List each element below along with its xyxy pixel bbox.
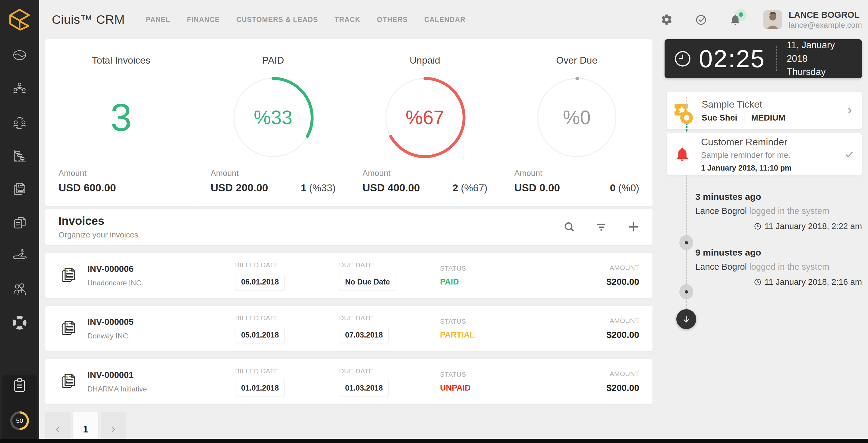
- search-icon[interactable]: [563, 221, 575, 233]
- topbar-actions: LANCE BOGROL lance@example.com: [660, 9, 862, 30]
- sidebar-item-support[interactable]: [11, 314, 28, 331]
- event-when: 9 minustes ago: [695, 247, 862, 258]
- travel-expense-plane-icon: $: [11, 247, 28, 264]
- nav-item-finance[interactable]: FINANCE: [187, 16, 220, 24]
- invoice-amount: $200.00: [570, 330, 639, 340]
- invoice-customer: DHARMA Initiative: [87, 385, 235, 393]
- amount-label: Amount: [514, 169, 560, 178]
- reminder-card[interactable]: Customer Reminder Sample reminder for me…: [667, 133, 862, 176]
- billed-date-value[interactable]: 05.01.2018: [235, 327, 285, 343]
- svg-text:$: $: [66, 269, 68, 273]
- main-nav: PANEL FINANCE CUSTOMERS & LEADS TRACK OT…: [146, 16, 466, 24]
- timeline-start-dot: [680, 112, 693, 124]
- activity-panel: 02:25 11, January 2018 Thursday Sample T…: [661, 39, 868, 443]
- amount-value: USD 0.00: [514, 182, 560, 194]
- cube-logo-icon: [8, 8, 31, 31]
- status-label: STATUS: [440, 264, 570, 273]
- clock-small-icon: [754, 278, 762, 286]
- documents-copy-icon: [11, 214, 28, 231]
- paid-donut-chart: %33: [230, 75, 315, 160]
- invoice-document-icon: $: [59, 265, 87, 286]
- sidebar-item-dashboard[interactable]: [11, 46, 28, 64]
- due-date-value[interactable]: 07.03.2018: [339, 327, 389, 343]
- status-label: STATUS: [440, 371, 570, 379]
- due-date-value[interactable]: 01.03.2018: [339, 380, 389, 396]
- page-next-button[interactable]: [101, 412, 126, 443]
- ticket-assignee: Sue Shei: [702, 113, 737, 123]
- billed-date-value[interactable]: 06.01.2018: [235, 274, 285, 290]
- stat-title: Unpaid: [410, 55, 440, 66]
- sidebar-bottom-section: 50: [2, 375, 37, 439]
- customers-exchange-icon: [11, 114, 28, 130]
- event-actor: Lance Bogrol: [695, 262, 747, 272]
- page-prev-button[interactable]: [45, 412, 70, 443]
- reminder-bell-icon: [675, 147, 690, 162]
- clock-icon: [674, 50, 692, 68]
- invoices-title: Invoices: [59, 215, 138, 227]
- clock-card: 02:25 11, January 2018 Thursday: [664, 39, 862, 78]
- tasks-clipboard-icon: [11, 377, 28, 393]
- content-row: Total Invoices 3 Amount USD 600.00: [39, 39, 868, 443]
- gantt-chart-icon: [11, 147, 28, 164]
- timeline-node: [679, 235, 693, 250]
- invoice-row[interactable]: $ INV-000006 Unadoncare INC. BILLED DATE…: [45, 253, 652, 298]
- tasks-check-circle-icon[interactable]: [695, 13, 707, 26]
- ticket-priority: MEDIUM: [751, 113, 785, 123]
- due-date-value[interactable]: No Due Date: [339, 274, 396, 290]
- sidebar-item-expenses[interactable]: $: [11, 247, 28, 264]
- amount-label: AMOUNT: [570, 370, 639, 378]
- add-plus-icon[interactable]: [627, 221, 639, 233]
- sidebar-item-humanresources[interactable]: [11, 281, 28, 298]
- amount-value: USD 400.00: [363, 182, 420, 194]
- reminder-time: 1 January 2018, 11:10 pm: [701, 164, 792, 172]
- main-column: Ciuis™ CRM PANEL FINANCE CUSTOMERS & LEA…: [39, 0, 868, 443]
- unpaid-count: 2 (%67): [453, 182, 488, 194]
- event-timestamp: 11 January 2018, 2:16 am: [765, 277, 862, 287]
- status-badge: PARTIAL: [440, 330, 475, 339]
- reminder-body: Sample reminder for me.: [701, 151, 796, 160]
- nav-item-others[interactable]: OTHERS: [377, 16, 408, 24]
- filter-icon[interactable]: [595, 221, 607, 233]
- event-action: logged in the system: [749, 262, 830, 272]
- stat-title: Over Due: [556, 55, 597, 66]
- nav-item-panel[interactable]: PANEL: [146, 16, 170, 24]
- nav-item-calendar[interactable]: CALENDAR: [424, 16, 466, 24]
- invoice-row[interactable]: $ INV-000005 Donway INC. BILLED DATE 05.…: [45, 306, 652, 351]
- chevron-right-icon: [110, 425, 117, 433]
- ticket-card[interactable]: Sample Ticket Sue Shei MEDIUM: [667, 92, 862, 129]
- sidebar-item-projects[interactable]: [11, 147, 28, 164]
- total-invoices-count: 3: [110, 95, 132, 139]
- user-profile[interactable]: LANCE BOGROL lance@example.com: [764, 9, 862, 30]
- sidebar-item-tasks[interactable]: [11, 376, 28, 394]
- timeline-event: 3 minustes ago Lance Bogrol logged in th…: [695, 192, 862, 231]
- invoice-row[interactable]: $ INV-000001 DHARMA Initiative BILLED DA…: [45, 359, 652, 404]
- billed-date-label: BILLED DATE: [235, 261, 339, 269]
- billed-date-label: BILLED DATE: [235, 314, 339, 322]
- paid-count: 1 (%33): [301, 182, 336, 194]
- check-icon[interactable]: [844, 150, 854, 159]
- nav-item-customers-leads[interactable]: CUSTOMERS & LEADS: [236, 16, 318, 24]
- billed-date-value[interactable]: 01.01.2018: [235, 380, 285, 396]
- team-hierarchy-icon: [11, 80, 28, 97]
- app-logo[interactable]: [0, 0, 39, 39]
- svg-text:$: $: [21, 248, 24, 253]
- sidebar-progress-ring[interactable]: 50: [10, 411, 30, 431]
- sidebar-item-customers[interactable]: [11, 113, 28, 131]
- divider: [744, 113, 744, 123]
- stat-title: Total Invoices: [92, 55, 150, 66]
- avatar: [764, 10, 782, 29]
- sidebar-item-team[interactable]: [11, 80, 28, 97]
- settings-gear-icon[interactable]: [660, 13, 673, 26]
- notifications-bell-icon[interactable]: [729, 13, 742, 26]
- svg-text:$: $: [66, 322, 68, 326]
- sidebar-item-proposals[interactable]: [11, 214, 28, 231]
- nav-item-track[interactable]: TRACK: [335, 16, 361, 24]
- load-more-button[interactable]: [676, 309, 696, 329]
- overdue-donut-chart: %0: [534, 75, 619, 160]
- stat-card-total-invoices: Total Invoices 3 Amount USD 600.00: [45, 39, 197, 207]
- svg-text:$: $: [66, 375, 68, 379]
- sidebar-item-invoices[interactable]: $: [11, 180, 28, 198]
- invoice-stats-panel: Total Invoices 3 Amount USD 600.00: [45, 39, 652, 207]
- chevron-right-icon[interactable]: [845, 106, 854, 115]
- page-number-current[interactable]: 1: [73, 412, 98, 443]
